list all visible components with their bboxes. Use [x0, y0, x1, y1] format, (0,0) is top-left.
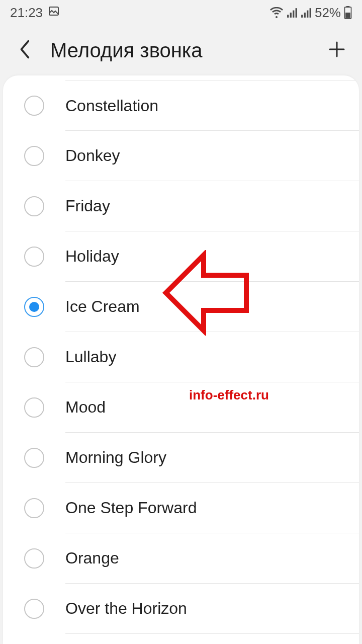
battery-text: 52%: [315, 5, 341, 21]
radio-button[interactable]: [24, 96, 44, 116]
radio-button[interactable]: [24, 548, 44, 569]
ringtone-row[interactable]: One Step Forward: [65, 483, 359, 533]
svg-rect-6: [304, 13, 306, 18]
ringtone-label: Ice Cream: [65, 297, 140, 316]
watermark-text: info-effect.ru: [189, 387, 269, 403]
radio-button[interactable]: [24, 247, 44, 267]
svg-rect-1: [287, 15, 289, 18]
svg-rect-4: [296, 8, 297, 18]
svg-rect-7: [307, 11, 308, 18]
ringtone-row[interactable]: Holiday: [65, 231, 359, 282]
ringtone-row[interactable]: Constellation: [65, 80, 359, 131]
signal-icon-2: [301, 7, 312, 18]
svg-rect-11: [345, 13, 350, 18]
radio-button[interactable]: [24, 448, 44, 468]
ringtone-label: Lullaby: [65, 348, 116, 366]
radio-button[interactable]: [24, 599, 44, 619]
ringtone-label: Donkey: [65, 146, 120, 165]
clock: 21:23: [10, 5, 43, 21]
ringtone-label: One Step Forward: [65, 499, 197, 517]
ringtone-card: Constellation Donkey Friday Holiday Ice …: [3, 75, 359, 644]
ringtone-label: Over the Horizon: [65, 599, 187, 618]
signal-icon-1: [287, 7, 298, 18]
plus-icon: [328, 40, 346, 60]
wifi-icon: [269, 7, 284, 18]
radio-button[interactable]: [24, 196, 44, 216]
svg-rect-3: [293, 11, 294, 18]
page-title: Мелодия звонка: [50, 39, 326, 62]
status-bar-right: 52%: [269, 5, 352, 21]
ringtone-row[interactable]: Lullaby: [65, 332, 359, 382]
battery-icon: [344, 6, 352, 19]
radio-button[interactable]: [24, 347, 44, 367]
radio-button[interactable]: [24, 146, 44, 166]
chevron-left-icon: [18, 39, 32, 61]
svg-rect-2: [290, 13, 292, 18]
add-button[interactable]: [326, 39, 348, 61]
ringtone-label: Orange: [65, 549, 119, 568]
radio-button[interactable]: [24, 297, 44, 317]
back-button[interactable]: [14, 39, 36, 61]
radio-button[interactable]: [24, 397, 44, 418]
ringtone-list: Constellation Donkey Friday Holiday Ice …: [3, 80, 359, 634]
app-header: Мелодия звонка: [0, 25, 362, 75]
ringtone-row[interactable]: Friday: [65, 181, 359, 231]
ringtone-row[interactable]: Morning Glory: [65, 433, 359, 483]
ringtone-row[interactable]: Orange: [65, 533, 359, 584]
ringtone-label: Mood: [65, 398, 106, 417]
ringtone-row[interactable]: Donkey: [65, 131, 359, 181]
svg-rect-5: [301, 15, 303, 18]
status-bar: 21:23 52%: [0, 0, 362, 25]
radio-button[interactable]: [24, 498, 44, 518]
ringtone-label: Holiday: [65, 247, 119, 266]
ringtone-label: Constellation: [65, 97, 158, 115]
svg-rect-8: [310, 8, 311, 18]
status-bar-left: 21:23: [10, 5, 60, 21]
ringtone-label: Friday: [65, 197, 110, 215]
ringtone-row[interactable]: Ice Cream: [65, 282, 359, 332]
ringtone-row[interactable]: Over the Horizon: [65, 584, 359, 634]
image-icon: [48, 5, 60, 21]
ringtone-label: Morning Glory: [65, 448, 166, 467]
